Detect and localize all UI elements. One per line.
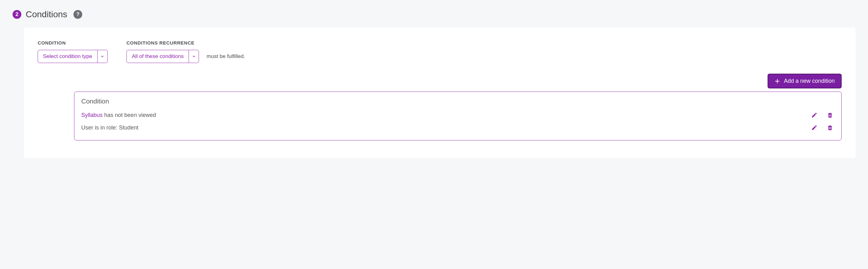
recurrence-select[interactable]: All of these conditions xyxy=(126,50,199,63)
condition-item: Syllabus has not been viewed xyxy=(81,109,834,121)
edit-button[interactable] xyxy=(810,123,819,132)
step-badge: 2 xyxy=(12,10,21,19)
conditions-list-box: Condition Syllabus has not been viewedUs… xyxy=(74,92,842,140)
delete-button[interactable] xyxy=(826,123,834,132)
edit-button[interactable] xyxy=(810,111,819,120)
condition-text: Syllabus has not been viewed xyxy=(81,112,156,119)
recurrence-group: CONDITIONS RECURRENCE All of these condi… xyxy=(126,40,245,63)
pencil-icon xyxy=(811,125,817,131)
delete-button[interactable] xyxy=(826,111,834,120)
condition-highlight: Syllabus xyxy=(81,112,103,118)
chevron-down-icon xyxy=(97,50,107,63)
recurrence-label: CONDITIONS RECURRENCE xyxy=(126,40,245,45)
pencil-icon xyxy=(811,112,817,118)
section-title: Conditions xyxy=(26,9,67,20)
add-condition-button[interactable]: Add a new condition xyxy=(768,74,842,89)
trash-icon xyxy=(827,125,833,131)
condition-type-select[interactable]: Select condition type xyxy=(38,50,107,63)
condition-text: User is in role: Student xyxy=(81,125,138,131)
add-condition-label: Add a new condition xyxy=(784,78,835,85)
condition-type-label: CONDITION xyxy=(38,40,107,45)
condition-type-value: Select condition type xyxy=(38,50,97,63)
condition-type-group: CONDITION Select condition type xyxy=(38,40,107,63)
recurrence-suffix: must be fulfilled. xyxy=(207,53,245,60)
section-header: 2 Conditions ? xyxy=(12,9,856,20)
condition-actions xyxy=(810,111,834,120)
conditions-list-title: Condition xyxy=(81,98,834,105)
add-row: Add a new condition xyxy=(38,74,842,89)
help-icon[interactable]: ? xyxy=(73,10,82,19)
plus-icon xyxy=(774,78,780,84)
recurrence-value: All of these conditions xyxy=(127,50,189,63)
controls-row: CONDITION Select condition type CONDITIO… xyxy=(38,40,842,63)
conditions-card: CONDITION Select condition type CONDITIO… xyxy=(24,28,856,158)
condition-item: User is in role: Student xyxy=(81,121,834,134)
trash-icon xyxy=(827,112,833,118)
condition-actions xyxy=(810,123,834,132)
chevron-down-icon xyxy=(189,50,199,63)
condition-rest: has not been viewed xyxy=(103,112,156,118)
